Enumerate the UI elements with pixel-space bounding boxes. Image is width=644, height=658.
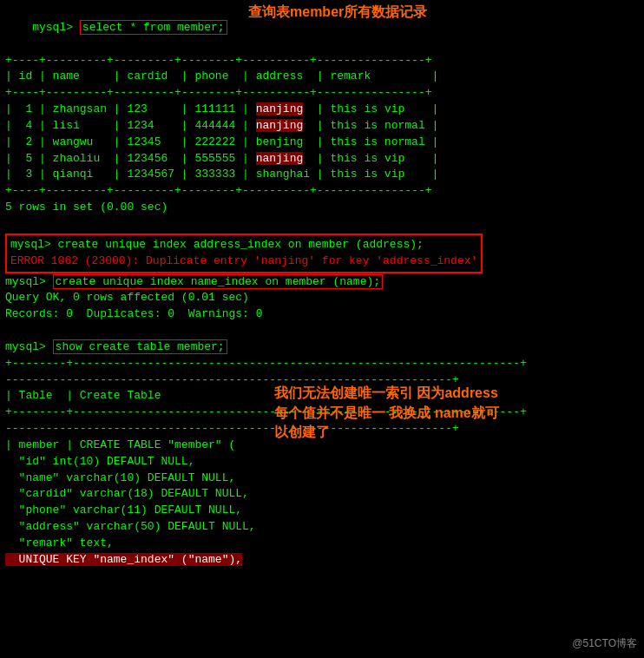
prompt-1: mysql> <box>32 21 80 34</box>
error-line: ERROR 1062 (23000): Duplicate entry 'nan… <box>10 253 477 270</box>
ct-line-2: "name" varchar(10) DEFAULT NULL, <box>5 470 639 487</box>
table-sep-2: +----+---------+---------+--------+-----… <box>5 85 639 102</box>
show-cmd-line: mysql> show create table member; <box>5 339 639 356</box>
ct-line-7: UNIQUE KEY "name_index" ("name"), <box>5 552 639 569</box>
col-header: | Table | Create Table <box>5 388 161 405</box>
terminal-window: mysql> select * from member;查询表member所有数… <box>0 0 644 572</box>
blank-3 <box>5 323 639 339</box>
ct-line-5: "address" varchar(50) DEFAULT NULL, <box>5 519 639 536</box>
table-row: | 5 | zhaoliu | 123456 | 555555 | nanjin… <box>5 151 639 168</box>
table-header: | id | name | cardid | phone | address |… <box>5 69 639 85</box>
create-name-line: mysql> create unique index name_index on… <box>5 274 639 291</box>
query-command-1[interactable]: select * from member; <box>80 20 227 35</box>
table-row: | 1 | zhangsan | 123 | 111111 | nanjing … <box>5 102 639 118</box>
table-sep-3: +----+---------+---------+--------+-----… <box>5 183 639 200</box>
ct-line-3: "cardid" varchar(18) DEFAULT NULL, <box>5 486 639 503</box>
create-index-command[interactable]: create unique index address_index on mem… <box>58 238 424 251</box>
watermark: @51CTO博客 <box>572 636 637 651</box>
query-line-1: mysql> select * from member;查询表member所有数… <box>5 3 639 53</box>
rows-info: 5 rows in set (0.00 sec) <box>5 200 639 216</box>
create-name-command[interactable]: create unique index name_index on member… <box>53 274 383 289</box>
table-sep-1: +----+---------+---------+--------+-----… <box>5 53 639 69</box>
annotation-query: 查询表member所有数据记录 <box>248 2 427 22</box>
table-row: | 4 | lisi | 1234 | 444444 | nanjing | t… <box>5 118 639 135</box>
records-info: Records: 0 Duplicates: 0 Warnings: 0 <box>5 306 639 323</box>
query-ok: Query OK, 0 rows affected (0.01 sec) <box>5 290 639 306</box>
ct-line-6: "remark" text, <box>5 536 639 552</box>
show-command[interactable]: show create table member; <box>53 339 227 354</box>
table-row: | 3 | qianqi | 1234567 | 333333 | shangh… <box>5 167 639 183</box>
struct-sep-1: +--------+------------------------------… <box>5 356 639 372</box>
blank-1 <box>5 216 639 233</box>
create-index-cmd: mysql> create unique index address_index… <box>10 237 477 253</box>
prompt-3: mysql> <box>5 275 53 288</box>
ct-line-1: "id" int(10) DEFAULT NULL, <box>5 454 639 470</box>
prompt-2: mysql> <box>10 238 58 251</box>
ct-line-4: "phone" varchar(11) DEFAULT NULL, <box>5 503 639 519</box>
unique-key-highlight: UNIQUE KEY "name_index" ("name"), <box>5 553 242 566</box>
annotation-zh-2: 我们无法创建唯一索引 因为address 每个值并不是唯一 我换成 name就可… <box>274 384 604 442</box>
col-header-row: | Table | Create Table 我们无法创建唯一索引 因为addr… <box>5 388 639 405</box>
table-row: | 2 | wangwu | 12345 | 222222 | benjing … <box>5 135 639 151</box>
prompt-4: mysql> <box>5 340 53 353</box>
error-block: mysql> create unique index address_index… <box>5 234 483 273</box>
